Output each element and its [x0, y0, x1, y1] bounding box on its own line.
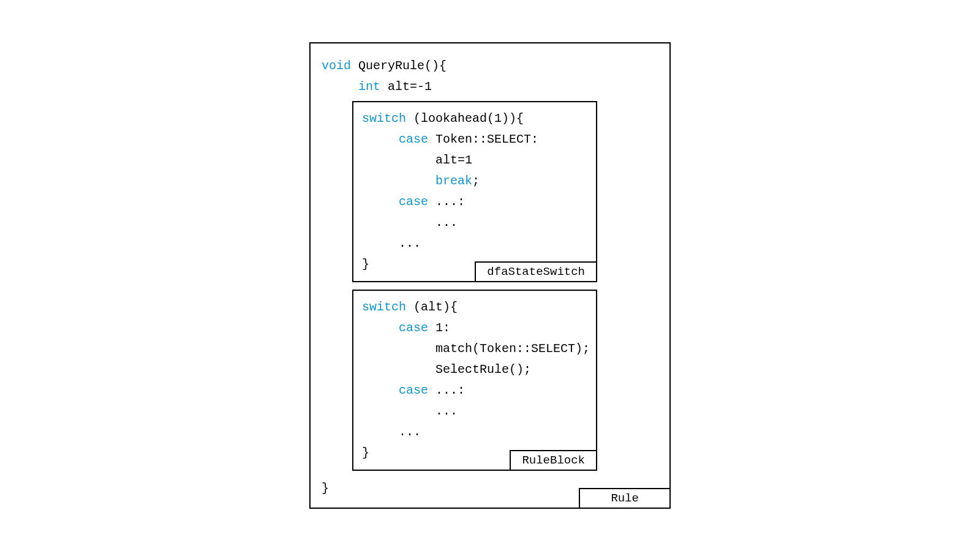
case-value: Token::SELECT: — [428, 132, 538, 146]
match-line: match(Token::SELECT); — [362, 339, 587, 359]
ellipsis-2: ... — [362, 233, 587, 254]
keyword-void: void — [322, 59, 351, 73]
keyword-switch: switch — [362, 300, 406, 314]
switch-args: (lookahead(1)){ — [406, 111, 524, 126]
break-line: break; — [362, 171, 587, 192]
dfa-label: dfaStateSwitch — [475, 261, 597, 282]
dots: ... — [399, 236, 421, 250]
switch-alt: switch (alt){ — [362, 297, 587, 318]
variable-rest: alt=-1 — [380, 80, 432, 94]
dots: ... — [435, 404, 458, 418]
keyword-case: case — [399, 195, 428, 209]
keyword-switch: switch — [362, 111, 406, 126]
break-semi: ; — [472, 174, 480, 188]
selectrule-line: SelectRule(); — [362, 359, 587, 380]
match-call: match(Token::SELECT); — [435, 342, 590, 356]
rule-label: Rule — [579, 488, 671, 509]
case-value: 1: — [428, 321, 450, 335]
variable-declaration: int alt=-1 — [322, 77, 658, 97]
case-ellipsis: case ...: — [362, 192, 587, 212]
brace: } — [362, 446, 369, 460]
brace: } — [362, 257, 369, 271]
alt-text: alt=1 — [435, 153, 472, 167]
function-name: QueryRule(){ — [351, 59, 447, 73]
alt-assign: alt=1 — [362, 150, 587, 171]
case-select: case Token::SELECT: — [362, 129, 587, 150]
keyword-case: case — [399, 132, 428, 146]
brace: } — [322, 481, 329, 495]
dots: ... — [435, 216, 458, 230]
dfa-state-switch-box: switch (lookahead(1)){ case Token::SELEC… — [352, 101, 597, 282]
ellipsis-2: ... — [362, 422, 587, 443]
selectrule-call: SelectRule(); — [435, 362, 531, 377]
ruleblock-label: RuleBlock — [510, 450, 597, 471]
keyword-case: case — [399, 321, 428, 335]
ellipsis-1: ... — [362, 401, 587, 422]
case-ellipsis: case ...: — [362, 380, 587, 401]
function-signature: void QueryRule(){ — [322, 56, 658, 77]
keyword-int: int — [358, 80, 380, 94]
rule-box: void QueryRule(){ int alt=-1 switch (loo… — [309, 42, 671, 509]
case-dots: ...: — [428, 383, 465, 397]
switch-args: (alt){ — [406, 300, 458, 314]
dots: ... — [399, 425, 421, 439]
rule-block-box: switch (alt){ case 1: match(Token::SELEC… — [352, 290, 597, 471]
switch-lookahead: switch (lookahead(1)){ — [362, 108, 587, 129]
case-1: case 1: — [362, 318, 587, 339]
ellipsis-1: ... — [362, 212, 587, 233]
keyword-break: break — [435, 174, 472, 188]
case-dots: ...: — [428, 195, 465, 209]
keyword-case: case — [399, 383, 428, 397]
